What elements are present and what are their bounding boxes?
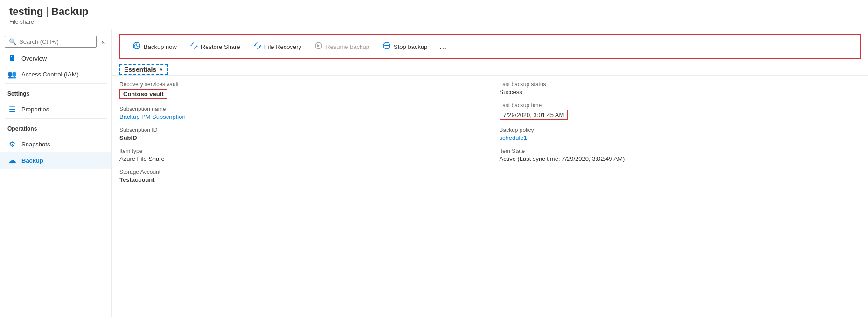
detail-label-sub-id: Subscription ID [119, 127, 472, 133]
title-separator: | [43, 6, 51, 17]
sidebar-section-settings: Settings [0, 85, 111, 99]
title-part1: testing [9, 6, 43, 17]
overview-icon: 🖥 [7, 54, 17, 62]
sidebar-item-label-properties: Properties [21, 106, 49, 113]
detail-backup-policy: Backup policy schedule1 [500, 127, 861, 141]
search-input[interactable] [19, 38, 92, 45]
backup-now-button[interactable]: Backup now [128, 39, 181, 55]
detail-recovery-vault: Recovery services vault Contoso vault [119, 81, 472, 99]
details-left-column: Recovery services vault Contoso vault Su… [119, 81, 490, 311]
page-subtitle: File share [9, 19, 859, 25]
detail-label-backup-policy: Backup policy [500, 127, 861, 133]
page-title: testing | Backup [9, 6, 859, 18]
sidebar-divider-settings [5, 83, 107, 84]
file-recovery-icon [253, 41, 262, 52]
detail-subscription-name: Subscription name Backup PM Subscription [119, 106, 472, 120]
essentials-label: Essentials [124, 66, 156, 73]
stop-backup-icon [382, 41, 391, 52]
sidebar: 🔍 « 🖥 Overview 👥 Access Control (IAM) Se… [0, 29, 112, 317]
detail-backup-time: Last backup time 7/29/2020, 3:01:45 AM [500, 102, 861, 120]
detail-value-storage: Testaccount [119, 176, 472, 183]
file-recovery-label: File Recovery [264, 43, 301, 50]
sidebar-item-properties[interactable]: ☰ Properties [0, 101, 111, 117]
sidebar-divider-operations-2 [5, 135, 107, 135]
file-recovery-button[interactable]: File Recovery [249, 39, 306, 55]
resume-backup-label: Resume backup [326, 43, 369, 50]
content-area: Backup now Restore Share [112, 29, 868, 317]
sidebar-section-operations: Operations [0, 120, 111, 134]
restore-share-icon [190, 41, 198, 52]
more-button[interactable]: ... [436, 40, 450, 54]
sidebar-item-access-control[interactable]: 👥 Access Control (IAM) [0, 66, 111, 83]
restore-share-label: Restore Share [201, 43, 240, 50]
detail-label-storage: Storage Account [119, 169, 472, 175]
sidebar-item-backup[interactable]: ☁ Backup [0, 152, 111, 169]
sidebar-divider-settings-2 [5, 100, 107, 100]
title-part2: Backup [51, 6, 88, 17]
detail-label-item-type: Item type [119, 148, 472, 154]
stop-backup-label: Stop backup [394, 43, 427, 50]
detail-label-backup-status: Last backup status [500, 81, 861, 88]
snapshots-icon: ⚙ [7, 140, 17, 149]
detail-label-vault: Recovery services vault [119, 81, 472, 88]
detail-value-item-type: Azure File Share [119, 155, 472, 162]
detail-label-backup-time: Last backup time [500, 102, 861, 109]
sidebar-item-label-access-control: Access Control (IAM) [21, 71, 79, 78]
detail-item-type: Item type Azure File Share [119, 148, 472, 162]
resume-backup-button[interactable]: Resume backup [310, 39, 374, 55]
detail-value-backup-status: Success [500, 89, 861, 96]
detail-backup-status: Last backup status Success [500, 81, 861, 96]
detail-subscription-id: Subscription ID SubID [119, 127, 472, 141]
stop-backup-button[interactable]: Stop backup [378, 39, 432, 55]
detail-value-backup-time: 7/29/2020, 3:01:45 AM [500, 110, 568, 120]
details-grid: Recovery services vault Contoso vault Su… [112, 76, 868, 317]
search-icon: 🔍 [9, 38, 16, 45]
details-right-column: Last backup status Success Last backup t… [490, 81, 861, 311]
backup-icon: ☁ [7, 156, 17, 165]
detail-label-sub-name: Subscription name [119, 106, 472, 112]
detail-value-item-state: Active (Last sync time: 7/29/2020, 3:02:… [500, 155, 861, 162]
resume-backup-icon [314, 41, 323, 52]
sidebar-item-snapshots[interactable]: ⚙ Snapshots [0, 136, 111, 152]
essentials-header[interactable]: Essentials ∧ [119, 64, 168, 75]
backup-now-icon [132, 41, 141, 52]
toolbar: Backup now Restore Share [119, 34, 861, 59]
collapse-button[interactable]: « [99, 37, 107, 47]
detail-storage-account: Storage Account Testaccount [119, 169, 472, 183]
access-control-icon: 👥 [7, 70, 17, 79]
sidebar-item-label-backup: Backup [21, 157, 43, 164]
main-layout: 🔍 « 🖥 Overview 👥 Access Control (IAM) Se… [0, 29, 868, 317]
restore-share-button[interactable]: Restore Share [185, 39, 245, 55]
sidebar-divider-operations [5, 118, 107, 119]
detail-value-vault: Contoso vault [119, 89, 167, 99]
sidebar-item-overview[interactable]: 🖥 Overview [0, 50, 111, 66]
sidebar-item-label-overview: Overview [21, 55, 47, 62]
search-container: 🔍 « [0, 33, 111, 50]
detail-item-state: Item State Active (Last sync time: 7/29/… [500, 148, 861, 162]
page-header: testing | Backup File share [0, 0, 868, 29]
essentials-chevron-icon: ∧ [159, 66, 163, 73]
properties-icon: ☰ [7, 105, 17, 114]
backup-now-label: Backup now [144, 43, 177, 50]
search-input-wrapper[interactable]: 🔍 [5, 36, 97, 48]
sidebar-item-label-snapshots: Snapshots [21, 141, 50, 148]
detail-value-backup-policy[interactable]: schedule1 [500, 134, 527, 141]
detail-value-sub-id: SubID [119, 134, 472, 141]
detail-label-item-state: Item State [500, 148, 861, 154]
detail-value-sub-name[interactable]: Backup PM Subscription [119, 113, 186, 120]
essentials-row: Essentials ∧ [112, 64, 868, 75]
